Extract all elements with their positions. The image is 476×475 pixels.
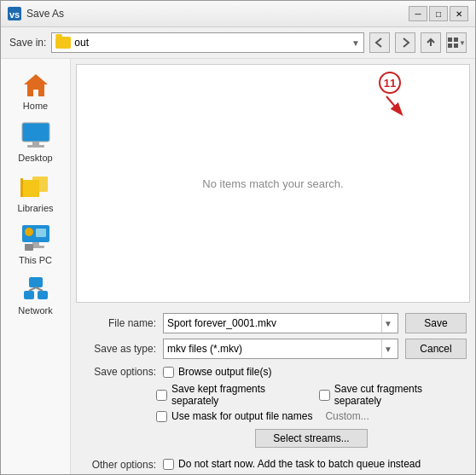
save-button[interactable]: Save [405,313,467,333]
filename-combo-arrow: ▼ [381,314,394,333]
combo-dropdown-icon: ▼ [351,38,360,48]
select-streams-row: Select streams... [156,426,467,451]
filetype-label: Save as type: [79,343,156,355]
do-not-start-checkbox[interactable] [163,459,174,470]
browse-output-row: Browse output file(s) [163,366,271,378]
main-area: No items match your search. 11 File name… [71,59,475,474]
views-button[interactable]: ▼ [446,32,467,53]
filetype-combo-arrow: ▼ [381,339,394,358]
views-arrow: ▼ [459,39,466,47]
svg-rect-4 [448,43,452,48]
use-mask-checkbox[interactable] [156,411,167,422]
dialog-body: Home Desktop Libraries [1,59,475,474]
save-kept-checkbox[interactable] [156,390,167,401]
bottom-form: File name: Sport forever_0001.mkv ▼ Save… [71,308,475,364]
filetype-combo[interactable]: mkv files (*.mkv) ▼ [163,339,398,359]
close-button[interactable]: ✕ [450,6,468,21]
sidebar-desktop-label: Desktop [18,153,52,163]
sidebar: Home Desktop Libraries [1,59,71,474]
use-mask-label: Use mask for output file names [171,410,312,422]
save-in-combo[interactable]: out ▼ [51,32,364,53]
home-icon [20,71,51,98]
svg-line-24 [36,287,43,291]
svg-rect-7 [22,123,49,142]
save-as-dialog: vs Save As ─ □ ✕ Save in: out ▼ [0,0,476,475]
save-options-row: Save options: Browse output file(s) [71,364,475,379]
use-mask-row: Use mask for output file names Custom... [156,410,467,422]
sidebar-thispc-label: This PC [19,255,52,265]
forward-icon [399,37,411,49]
svg-rect-2 [448,38,452,42]
svg-rect-13 [32,177,48,192]
empty-message: No items match your search. [202,177,343,190]
svg-line-23 [29,287,36,291]
svg-rect-5 [454,43,458,48]
sidebar-item-network[interactable]: Network [1,270,70,321]
custom-label: Custom... [325,410,369,422]
filename-combo[interactable]: Sport forever_0001.mkv ▼ [163,313,398,333]
svg-rect-20 [29,277,43,287]
save-cut-label: Save cut fragments separately [334,383,467,407]
folder-icon [55,37,71,49]
save-kept-fragments-row: Save kept fragments separately Save cut … [156,383,467,407]
svg-rect-21 [24,291,34,299]
svg-rect-3 [454,38,458,42]
svg-text:vs: vs [9,9,20,20]
select-streams-button[interactable]: Select streams... [255,429,367,448]
svg-rect-12 [20,178,23,197]
libraries-icon [20,173,51,200]
save-kept-label: Save kept fragments separately [171,383,310,407]
sidebar-item-libraries[interactable]: Libraries [1,168,70,218]
browse-output-checkbox[interactable] [163,367,174,378]
current-folder: out [74,37,348,49]
forward-button[interactable] [395,32,415,53]
sidebar-libraries-label: Libraries [17,203,53,213]
svg-rect-9 [32,142,39,145]
cancel-button[interactable]: Cancel [405,339,467,359]
save-in-label: Save in: [9,37,46,49]
window-controls: ─ □ ✕ [409,6,468,21]
sidebar-network-label: Network [18,305,52,316]
filetype-value: mkv files (*.mkv) [167,343,381,355]
do-not-start-row: Do not start now. Add the task to batch … [163,458,421,470]
thispc-icon [20,223,51,252]
location-bar: Save in: out ▼ ▼ [1,27,475,59]
maximize-button[interactable]: □ [429,6,448,21]
desktop-icon [20,121,51,150]
dialog-title: Save As [26,8,403,20]
sidebar-item-home[interactable]: Home [1,66,70,116]
options-area: Save kept fragments separately Save cut … [71,379,475,455]
title-bar: vs Save As ─ □ ✕ [1,1,475,27]
save-options-label: Save options: [79,366,156,378]
filename-row: File name: Sport forever_0001.mkv ▼ Save [79,313,467,333]
filetype-row: Save as type: mkv files (*.mkv) ▼ Cancel [79,339,467,359]
other-options-row: Other options: Do not start now. Add the… [71,455,475,474]
up-button[interactable] [421,32,441,53]
sidebar-item-thispc[interactable]: This PC [1,218,70,270]
views-icon [447,37,459,49]
filename-value: Sport forever_0001.mkv [167,317,381,329]
do-not-start-label: Do not start now. Add the task to batch … [178,458,421,470]
sidebar-home-label: Home [23,101,48,111]
svg-point-18 [25,228,33,236]
annotation-arrow [382,95,408,120]
app-icon: vs [8,7,21,20]
save-cut-checkbox[interactable] [319,390,330,401]
file-view: No items match your search. 11 [76,64,470,303]
browse-output-label: Browse output file(s) [178,366,271,378]
svg-line-25 [386,96,401,113]
svg-rect-10 [27,145,44,148]
back-icon [374,37,386,49]
svg-rect-19 [25,244,33,251]
sidebar-item-desktop[interactable]: Desktop [1,116,70,168]
network-icon [20,275,51,303]
minimize-button[interactable]: ─ [409,6,427,21]
back-button[interactable] [369,32,390,53]
annotation-number: 11 [379,72,401,94]
other-options-label: Other options: [79,458,156,471]
svg-rect-22 [38,291,48,299]
svg-marker-6 [24,74,48,96]
up-icon [425,37,437,49]
svg-rect-15 [32,242,39,246]
svg-rect-17 [36,229,46,237]
